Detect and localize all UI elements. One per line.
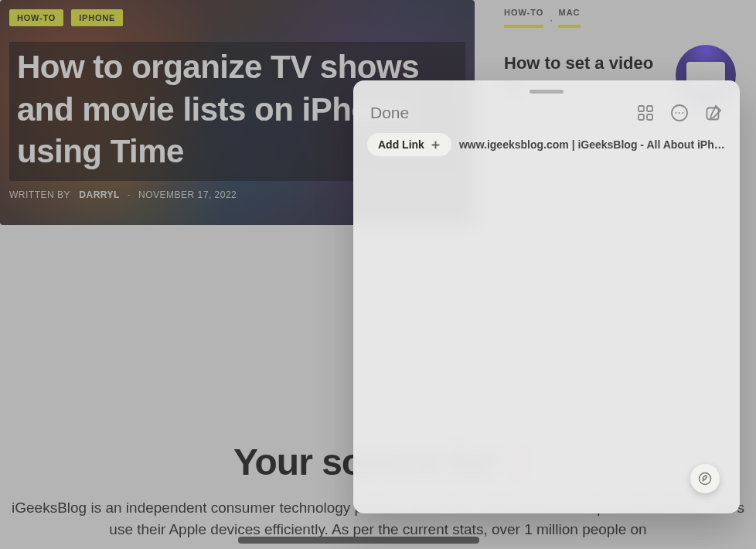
article-date: NOVEMBER 17, 2022 bbox=[138, 189, 237, 200]
markup-pen-icon bbox=[697, 471, 713, 486]
author-link[interactable]: DARRYL bbox=[79, 189, 120, 200]
hero-meta: WRITTEN BY DARRYL - NOVEMBER 17, 2022 bbox=[9, 189, 237, 200]
bottom-scroll-indicator bbox=[238, 537, 479, 544]
sidebar-tag-mac[interactable]: MAC bbox=[558, 8, 580, 28]
sidebar-tag-howto[interactable]: HOW-TO bbox=[504, 8, 543, 28]
svg-point-6 bbox=[679, 112, 680, 114]
done-button[interactable]: Done bbox=[370, 104, 409, 122]
svg-point-7 bbox=[683, 112, 684, 114]
panel-toolbar bbox=[636, 104, 723, 122]
grid-icon[interactable] bbox=[636, 104, 655, 122]
panel-link-row: Add Link www.igeeksblog.com | iGeeksBlog… bbox=[353, 133, 740, 156]
captured-link-text[interactable]: www.igeeksblog.com | iGeeksBlog - All Ab… bbox=[459, 138, 726, 151]
add-link-button[interactable]: Add Link bbox=[367, 133, 451, 156]
more-icon[interactable] bbox=[670, 104, 689, 122]
svg-point-5 bbox=[676, 112, 677, 114]
plus-icon bbox=[431, 140, 441, 150]
quick-note-panel[interactable]: Done bbox=[353, 80, 740, 513]
written-by-label: WRITTEN BY bbox=[9, 189, 70, 200]
panel-header: Done bbox=[353, 80, 740, 133]
svg-rect-1 bbox=[647, 106, 652, 111]
sidebar-tags: HOW-TO , MAC bbox=[504, 8, 736, 28]
tag-howto[interactable]: HOW-TO bbox=[9, 9, 63, 26]
meta-separator: - bbox=[128, 189, 131, 200]
panel-grabber[interactable] bbox=[530, 90, 564, 94]
tag-iphone[interactable]: IPHONE bbox=[71, 9, 123, 26]
svg-rect-0 bbox=[639, 106, 644, 111]
svg-rect-3 bbox=[647, 114, 652, 120]
add-link-label: Add Link bbox=[378, 138, 424, 151]
compose-icon[interactable] bbox=[704, 104, 723, 122]
hero-tag-row: HOW-TO IPHONE bbox=[9, 9, 123, 26]
svg-rect-2 bbox=[639, 114, 644, 120]
markup-button[interactable] bbox=[690, 464, 720, 493]
tag-comma: , bbox=[550, 13, 552, 22]
